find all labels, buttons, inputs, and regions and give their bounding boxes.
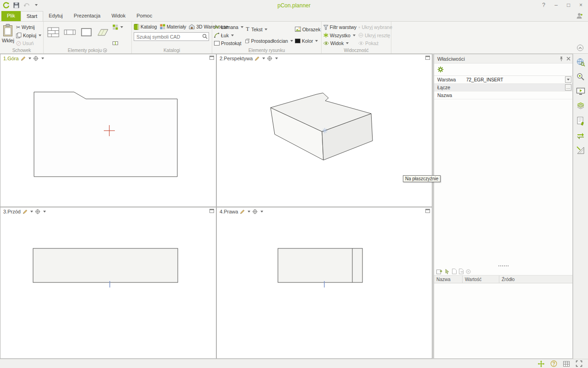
grid-view-icon[interactable] — [563, 361, 570, 367]
viewport-title[interactable]: 2.Perspektywa — [220, 56, 253, 61]
floor-3d-icon — [97, 27, 109, 38]
chevron-down-icon[interactable] — [30, 211, 33, 213]
viewport-przod[interactable]: 3.Przód — [0, 207, 216, 359]
minimize-button[interactable]: – — [550, 0, 562, 10]
chevron-down-icon[interactable] — [41, 58, 44, 59]
add-attribute-icon[interactable] — [436, 269, 442, 275]
chevron-down-icon[interactable] — [43, 211, 46, 213]
tab-prezentacja[interactable]: Prezentacja — [68, 11, 106, 21]
pick-attribute-icon[interactable] — [445, 269, 450, 274]
chevron-down-icon[interactable] — [39, 34, 41, 36]
chevron-down-icon[interactable] — [262, 58, 265, 59]
view-visibility-button[interactable]: Widok — [323, 40, 356, 47]
pencil-icon[interactable] — [254, 56, 260, 61]
room-divider-button[interactable] — [113, 40, 123, 47]
tab-widok[interactable]: Widok — [106, 11, 131, 21]
floor-tool-button[interactable] — [95, 23, 111, 41]
property-row-warstwa[interactable]: Warstwa 72_EGR_INSERT — [434, 76, 572, 84]
chevron-down-icon[interactable] — [120, 26, 123, 28]
chevron-down-icon[interactable] — [275, 58, 278, 59]
chevron-down-icon[interactable] — [260, 211, 263, 213]
catalog-button[interactable]: Katalog — [134, 23, 157, 30]
rectangle-button[interactable]: Prostokąt — [214, 40, 243, 47]
view-orientation-icon[interactable] — [252, 209, 258, 214]
fullscreen-icon[interactable] — [576, 360, 582, 367]
user-account-icon[interactable] — [576, 12, 583, 19]
polyline-icon — [214, 25, 220, 30]
collapse-ribbon-button[interactable] — [577, 45, 583, 51]
pencil-icon[interactable] — [21, 56, 26, 61]
paste-button[interactable]: Wklej — [2, 23, 14, 47]
search-icon[interactable] — [202, 34, 208, 39]
viewport-maximize-button[interactable] — [209, 56, 214, 60]
replace-arrows-icon[interactable] — [575, 130, 586, 141]
viewport-gora[interactable]: 1.Góra — [0, 54, 216, 207]
arc-button[interactable]: Łuk — [214, 32, 243, 39]
pencil-icon[interactable] — [240, 209, 245, 214]
property-row-lacze[interactable]: Łącze … — [434, 84, 572, 92]
media-browser-icon[interactable] — [575, 86, 586, 97]
wall-tool-button[interactable] — [45, 23, 61, 41]
view-orientation-icon[interactable] — [35, 209, 40, 214]
layer-dropdown-button[interactable] — [565, 76, 571, 83]
maximize-button[interactable]: □ — [562, 0, 575, 10]
viewport-title[interactable]: 3.Przód — [3, 209, 21, 214]
asterisk-icon — [323, 33, 328, 38]
pencil-icon[interactable] — [23, 209, 28, 214]
image-button[interactable]: Obrazek — [295, 26, 321, 33]
chevron-down-icon[interactable] — [353, 34, 356, 36]
annotation-icon[interactable] — [575, 115, 586, 126]
globe-search-icon[interactable] — [575, 57, 586, 68]
link-browse-button[interactable]: … — [565, 84, 571, 91]
layer-filter-button[interactable]: Filtr warstwy — [323, 23, 356, 31]
tab-plik[interactable]: Plik — [1, 11, 21, 21]
pin-icon[interactable] — [559, 56, 564, 62]
close-button[interactable]: × — [575, 0, 587, 10]
assistant-icon[interactable] — [550, 360, 557, 367]
viewport-maximize-button[interactable] — [425, 209, 430, 213]
copy-button[interactable]: Kopiuj — [16, 32, 41, 39]
chevron-down-icon[interactable] — [28, 58, 31, 59]
pan-mode-icon[interactable] — [537, 360, 545, 368]
element-settings-icon[interactable] — [437, 66, 444, 73]
text-button[interactable]: T Tekst — [245, 26, 293, 33]
group-elementy-rysunku: Łamana Łuk Prostokąt T Tekst — [212, 22, 322, 53]
color-button[interactable]: Kolor — [295, 37, 321, 45]
cut-button[interactable]: ✂ Wytnij — [16, 23, 41, 31]
wall-segment-button[interactable] — [62, 23, 78, 41]
chevron-down-icon[interactable] — [241, 26, 243, 28]
chevron-down-icon[interactable] — [231, 34, 234, 36]
property-row-nazwa[interactable]: Nazwa — [434, 92, 572, 99]
drafting-icon[interactable] — [575, 145, 586, 156]
chevron-down-icon[interactable] — [290, 40, 293, 42]
view-orientation-icon[interactable] — [267, 56, 272, 61]
room-outline-button[interactable] — [79, 23, 94, 41]
chevron-down-icon[interactable] — [248, 211, 250, 213]
search-input[interactable] — [134, 32, 209, 41]
chevron-down-icon[interactable] — [346, 42, 349, 44]
layers-icon[interactable] — [575, 101, 586, 112]
tab-start[interactable]: Start — [21, 11, 43, 21]
tab-edytuj[interactable]: Edytuj — [43, 11, 68, 21]
attributes-table-body[interactable] — [434, 283, 572, 358]
show-all-button[interactable]: Wszystko — [323, 32, 356, 39]
help-button[interactable]: ? — [537, 0, 550, 10]
viewport-title[interactable]: 1.Góra — [3, 56, 19, 61]
room-elements-extra-button[interactable] — [113, 23, 123, 31]
viewport-prawa[interactable]: 4.Prawa — [216, 207, 432, 359]
view-orientation-icon[interactable] — [33, 56, 39, 61]
dialog-launcher-icon[interactable] — [103, 48, 107, 52]
chevron-down-icon[interactable] — [315, 40, 318, 42]
cuboid-button[interactable]: Prostopadłościan — [245, 37, 293, 45]
viewport-perspektywa[interactable]: 2.Perspektywa — [216, 54, 432, 207]
tab-pomoc[interactable]: Pomoc — [131, 11, 158, 21]
panel-splitter[interactable] — [434, 264, 572, 268]
viewport-maximize-button[interactable] — [425, 56, 430, 60]
viewport-maximize-button[interactable] — [209, 209, 214, 213]
close-panel-icon[interactable] — [566, 57, 571, 61]
polyline-button[interactable]: Łamana — [214, 23, 243, 31]
chevron-down-icon[interactable] — [265, 29, 267, 30]
viewport-title[interactable]: 4.Prawa — [220, 209, 238, 214]
materials-button[interactable]: Materiały — [160, 23, 187, 30]
product-search-icon[interactable] — [575, 71, 586, 82]
